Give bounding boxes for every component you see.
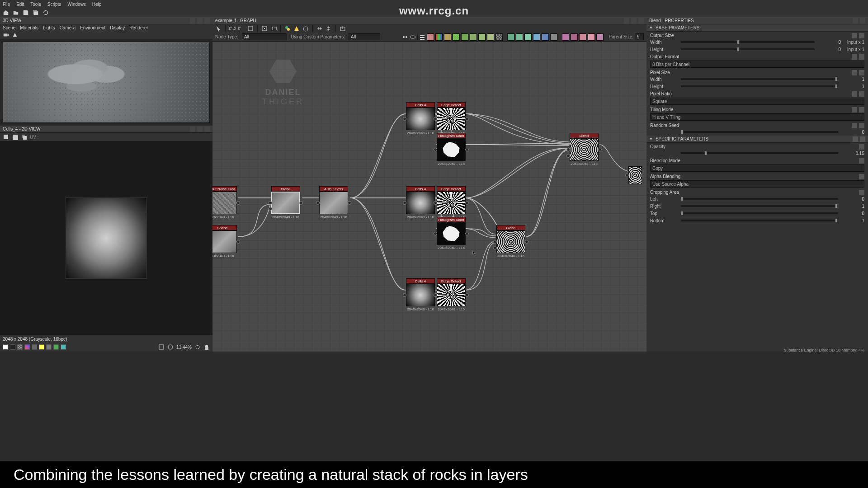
reset-icon[interactable] bbox=[859, 54, 864, 60]
python-icon[interactable] bbox=[284, 25, 291, 32]
save-all-icon[interactable] bbox=[33, 9, 39, 16]
atom-bitmap[interactable] bbox=[495, 33, 503, 41]
node-blend-1[interactable]: Blend 2048x2048 - L16 bbox=[271, 186, 300, 219]
panel-maximize-icon[interactable] bbox=[631, 18, 637, 23]
reset-icon[interactable] bbox=[859, 33, 864, 38]
menu-edit[interactable]: Edit bbox=[16, 2, 24, 7]
filter-1[interactable] bbox=[507, 33, 514, 41]
frame-icon[interactable] bbox=[247, 25, 254, 32]
panel-pin-icon[interactable] bbox=[190, 127, 195, 132]
zoom-1-icon[interactable]: 1:1 bbox=[270, 25, 277, 32]
specific-parameters-header[interactable]: ▼ SPECIFIC PARAMETERS bbox=[646, 136, 868, 143]
filter-6[interactable] bbox=[550, 33, 557, 41]
filter-4[interactable] bbox=[533, 33, 540, 41]
view3d-menu-display[interactable]: Display bbox=[110, 25, 125, 30]
save-icon[interactable] bbox=[12, 134, 18, 140]
panel-maximize-icon[interactable] bbox=[197, 18, 203, 23]
node-output[interactable] bbox=[628, 166, 642, 184]
pixel-ratio-dropdown[interactable]: Square bbox=[650, 98, 864, 105]
alpha-blending-dropdown[interactable]: Use Source Alpha bbox=[650, 180, 864, 188]
node-blend-3[interactable]: Blend 2048x2048 - L16 bbox=[570, 133, 599, 166]
panel-close-icon[interactable] bbox=[860, 18, 865, 23]
atom-uniform-color[interactable] bbox=[427, 33, 434, 41]
node-hist-a[interactable]: Histogram Scan 2048x2048 - L16 bbox=[437, 133, 466, 166]
channel-alpha-icon[interactable] bbox=[17, 344, 23, 350]
fx-5[interactable] bbox=[596, 33, 604, 41]
pyramid-icon[interactable] bbox=[12, 32, 18, 38]
param-dropdown[interactable]: All bbox=[349, 33, 380, 40]
reset-icon[interactable] bbox=[859, 190, 864, 195]
panel-close-icon[interactable] bbox=[204, 127, 210, 132]
link-icon[interactable] bbox=[852, 33, 857, 38]
blending-mode-dropdown[interactable]: Copy bbox=[650, 164, 864, 172]
export-icon[interactable] bbox=[340, 25, 346, 32]
view3d-menu-renderer[interactable]: Renderer bbox=[129, 25, 148, 30]
camera-icon[interactable] bbox=[3, 32, 9, 38]
panel-maximize-icon[interactable] bbox=[197, 127, 203, 132]
node-hist-b[interactable]: Histogram Scan 2048x2048 - L16 bbox=[437, 217, 466, 250]
eye-icon[interactable] bbox=[410, 34, 416, 40]
node-edge-c[interactable]: Edge Detect 2048x2048 - L16 bbox=[437, 278, 466, 311]
atom-tile[interactable] bbox=[461, 33, 468, 41]
unlink-icon[interactable] bbox=[238, 25, 245, 32]
panel-close-icon[interactable] bbox=[638, 18, 644, 23]
view3d-menubar[interactable]: Scene Materials Lights Camera Environmen… bbox=[0, 24, 212, 31]
fx-4[interactable] bbox=[588, 33, 595, 41]
link-icon[interactable] bbox=[852, 70, 857, 75]
zoom-fit-icon[interactable] bbox=[158, 344, 165, 350]
parent-size-dropdown[interactable]: 9 bbox=[635, 33, 644, 40]
panel-close-icon[interactable] bbox=[204, 18, 210, 23]
atom-shape[interactable] bbox=[470, 33, 477, 41]
stack-icon[interactable] bbox=[419, 34, 425, 40]
base-parameters-header[interactable]: ▼ BASE PARAMETERS bbox=[646, 24, 868, 32]
view3d-menu-materials[interactable]: Materials bbox=[20, 25, 38, 30]
filter-3[interactable] bbox=[524, 33, 532, 41]
reset-icon[interactable] bbox=[859, 91, 864, 97]
node-cells-b[interactable]: Cells 4 2048x2048 - L16 bbox=[406, 186, 435, 219]
view-icon[interactable] bbox=[402, 34, 408, 40]
reset-icon[interactable] bbox=[859, 70, 864, 75]
view3d-menu-camera[interactable]: Camera bbox=[60, 25, 76, 30]
opacity-row[interactable]: 0.15 bbox=[646, 150, 868, 157]
node-edge-a[interactable]: Edge Detect 2048x2048 - L16 bbox=[437, 102, 466, 135]
reset-icon[interactable] bbox=[859, 144, 864, 150]
ruler-icon[interactable] bbox=[61, 344, 66, 350]
filter-5[interactable] bbox=[542, 33, 549, 41]
align-h-icon[interactable] bbox=[316, 25, 323, 32]
node-cells-c[interactable]: Cells 4 2048x2048 - L16 bbox=[406, 278, 435, 311]
atom-gradient[interactable] bbox=[435, 33, 443, 41]
reset-all-icon[interactable] bbox=[860, 136, 865, 142]
fx-2[interactable] bbox=[571, 33, 578, 41]
refresh-icon[interactable] bbox=[42, 9, 49, 16]
reset-icon[interactable] bbox=[859, 158, 864, 164]
reset-icon[interactable] bbox=[859, 107, 864, 113]
preset-icon[interactable] bbox=[853, 136, 858, 142]
grid-icon[interactable] bbox=[32, 344, 37, 350]
view3d-viewport[interactable] bbox=[3, 42, 210, 123]
home-icon[interactable] bbox=[3, 9, 9, 16]
menu-tools[interactable]: Tools bbox=[30, 2, 41, 7]
copy-icon[interactable] bbox=[21, 134, 27, 140]
collapse-icon[interactable]: ▼ bbox=[649, 137, 653, 141]
fx-3[interactable] bbox=[579, 33, 586, 41]
align-v-icon[interactable] bbox=[326, 25, 332, 32]
node-auto-levels[interactable]: Auto Levels 2048x2048 - L16 bbox=[319, 186, 348, 219]
node-blur-noise-fast[interactable]: Blur Noise Fast 98x2048 - L16 bbox=[212, 186, 237, 219]
channel-black-icon[interactable] bbox=[10, 344, 15, 350]
zoom-fit-icon[interactable] bbox=[261, 25, 268, 32]
pixel-width-row[interactable]: Width 1 bbox=[646, 75, 868, 83]
link-icon[interactable] bbox=[852, 54, 857, 60]
square-icon[interactable] bbox=[3, 134, 9, 140]
view3d-menu-lights[interactable]: Lights bbox=[43, 25, 55, 30]
node-blend-2[interactable]: Blend 2048x2048 - L16 bbox=[496, 225, 525, 258]
channel-rgb-icon[interactable] bbox=[24, 344, 30, 350]
panel-pin-icon[interactable] bbox=[190, 18, 195, 23]
open-icon[interactable] bbox=[13, 9, 19, 16]
reset-icon[interactable] bbox=[859, 174, 864, 179]
tiling-mode-dropdown[interactable]: H and V Tiling bbox=[650, 113, 864, 121]
crop-right-row[interactable]: Right 1 bbox=[646, 202, 868, 210]
panel-pin-icon[interactable] bbox=[853, 18, 858, 23]
view2d-viewport[interactable] bbox=[0, 141, 212, 335]
link-icon[interactable] bbox=[852, 91, 857, 97]
node-type-dropdown[interactable]: All bbox=[242, 33, 287, 40]
